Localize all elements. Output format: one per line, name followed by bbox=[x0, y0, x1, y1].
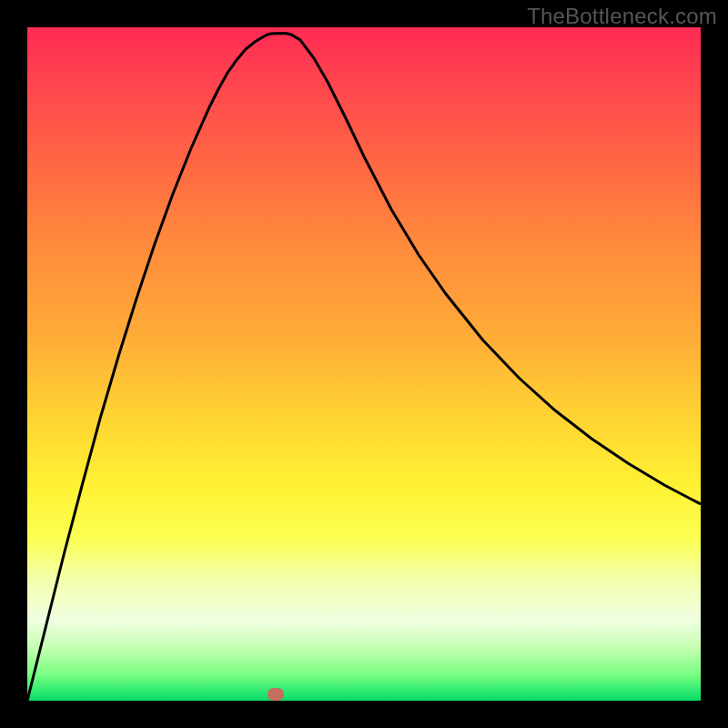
curve-svg bbox=[27, 27, 701, 701]
min-point-marker bbox=[268, 688, 284, 701]
watermark-text: TheBottleneck.com bbox=[527, 4, 717, 29]
plot-area bbox=[27, 27, 701, 701]
curve-line bbox=[27, 34, 701, 702]
chart-frame: TheBottleneck.com bbox=[0, 0, 728, 728]
